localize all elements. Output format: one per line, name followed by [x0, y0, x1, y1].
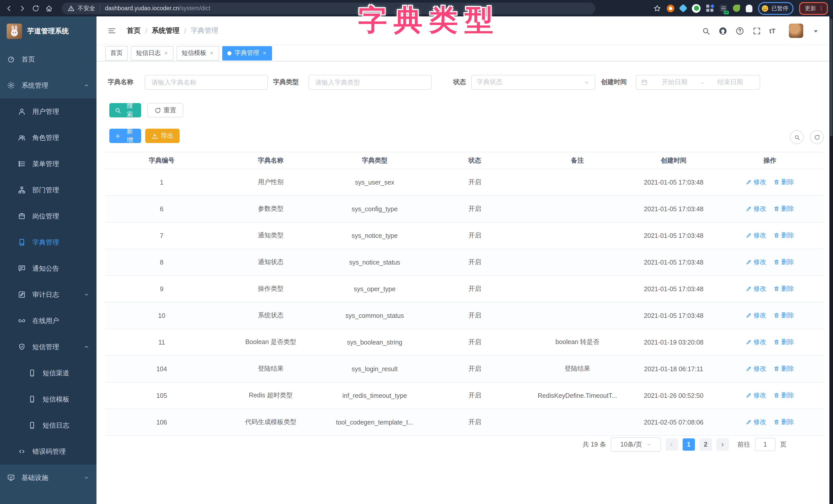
- sidebar-item-16[interactable]: 基础设施: [0, 464, 96, 491]
- extension-on-icon[interactable]: on: [719, 4, 727, 12]
- cell-type[interactable]: sys_login_result: [323, 356, 426, 382]
- sidebar-item-0[interactable]: 首页: [0, 46, 96, 72]
- cell-type[interactable]: sys_common_status: [323, 302, 426, 329]
- cell-type[interactable]: sys_oper_type: [323, 276, 426, 302]
- sidebar-item-2[interactable]: 用户管理: [0, 98, 96, 125]
- dict-name-input[interactable]: [145, 75, 268, 90]
- cell-type[interactable]: sys_notice_type: [323, 222, 426, 249]
- dict-type-input[interactable]: [308, 75, 432, 90]
- edit-link[interactable]: 修改: [746, 418, 766, 427]
- cell-type[interactable]: sys_user_sex: [323, 169, 426, 196]
- delete-link[interactable]: 删除: [774, 391, 794, 400]
- avatar-caret-down-icon[interactable]: [811, 26, 820, 35]
- prev-page-button[interactable]: [666, 438, 678, 451]
- delete-link[interactable]: 删除: [774, 258, 794, 267]
- scrollbar-thumb[interactable]: [830, 19, 832, 136]
- extension-ghost-icon[interactable]: [746, 4, 753, 12]
- row-actions: 修改删除: [716, 169, 824, 196]
- sidebar-item-4[interactable]: 菜单管理: [0, 151, 96, 177]
- user-avatar[interactable]: [789, 24, 803, 38]
- goto-page-input[interactable]: [755, 438, 776, 451]
- extension-grid-icon[interactable]: [706, 4, 714, 12]
- browser-home-button[interactable]: [45, 4, 53, 12]
- edit-link[interactable]: 修改: [746, 231, 766, 240]
- status-select[interactable]: 字典状态: [471, 75, 595, 90]
- sidebar-item-label: 菜单管理: [32, 159, 59, 169]
- cell-time: 2021-01-05 17:03:48: [631, 302, 716, 329]
- kebab-menu-icon[interactable]: [818, 5, 824, 11]
- sidebar-item-6[interactable]: 岗位管理: [0, 203, 96, 229]
- cell-type[interactable]: inf_redis_timeout_type: [323, 382, 426, 409]
- edit-link[interactable]: 修改: [746, 338, 766, 347]
- toggle-search-button[interactable]: [790, 130, 804, 144]
- cell-type[interactable]: sys_notice_status: [323, 249, 426, 276]
- delete-link[interactable]: 删除: [774, 311, 794, 320]
- edit-link[interactable]: 修改: [746, 391, 766, 400]
- edit-link[interactable]: 修改: [746, 364, 766, 373]
- next-page-button[interactable]: [716, 438, 729, 451]
- sidebar-item-9[interactable]: 审计日志: [0, 281, 96, 308]
- sidebar-item-1[interactable]: 系统管理: [0, 72, 96, 98]
- delete-link[interactable]: 删除: [774, 205, 794, 213]
- delete-link[interactable]: 删除: [774, 418, 794, 427]
- delete-link[interactable]: 删除: [774, 231, 794, 240]
- sidebar-item-8[interactable]: 通知公告: [0, 255, 96, 281]
- sidebar-item-15[interactable]: 错误码管理: [0, 438, 96, 464]
- add-button[interactable]: 新增: [109, 129, 141, 143]
- delete-link[interactable]: 删除: [774, 364, 794, 373]
- tab-3[interactable]: 字典管理: [222, 46, 272, 60]
- edit-link[interactable]: 修改: [746, 311, 766, 320]
- sidebar-item-3[interactable]: 角色管理: [0, 125, 96, 151]
- edit-link[interactable]: 修改: [746, 258, 766, 267]
- delete-link[interactable]: 删除: [774, 284, 794, 293]
- help-icon[interactable]: [735, 26, 744, 35]
- tab-0[interactable]: 首页: [105, 46, 128, 60]
- refresh-table-button[interactable]: [810, 130, 824, 144]
- logo[interactable]: 芋道管理系统: [0, 17, 96, 46]
- github-icon[interactable]: [718, 26, 727, 35]
- sidebar-item-10[interactable]: 在线用户: [0, 308, 96, 334]
- sidebar-item-7[interactable]: 字典管理: [0, 229, 96, 255]
- fullscreen-icon[interactable]: [752, 26, 761, 35]
- export-button[interactable]: 导出: [145, 129, 180, 143]
- breadcrumb-item[interactable]: 首页: [127, 26, 141, 35]
- sidebar-item-13[interactable]: 短信模板: [0, 386, 96, 412]
- bookmark-star-icon[interactable]: [653, 4, 661, 12]
- cell-type[interactable]: tool_codegen_template_t...: [323, 409, 426, 435]
- browser-forward-button[interactable]: [19, 4, 26, 12]
- url-bar[interactable]: 不安全 dashboard.yudao.iocoder.cn/system/di…: [62, 2, 595, 14]
- search-button[interactable]: 搜索: [109, 103, 141, 118]
- tab-2[interactable]: 短信模板: [176, 46, 219, 60]
- font-size-icon[interactable]: tT: [769, 27, 776, 34]
- browser-scrollbar[interactable]: [829, 17, 833, 504]
- reset-button[interactable]: 重置: [147, 103, 183, 118]
- page-button-1[interactable]: 1: [683, 438, 695, 451]
- cell-type[interactable]: sys_boolean_string: [323, 329, 426, 356]
- paused-extension-badge[interactable]: 已暂停: [758, 2, 793, 15]
- browser-reload-button[interactable]: [32, 4, 40, 12]
- cell-name: Boolean 是否类型: [218, 329, 323, 356]
- tab-1[interactable]: 短信日志: [131, 46, 173, 60]
- browser-back-button[interactable]: [5, 4, 13, 12]
- search-icon[interactable]: [701, 26, 710, 35]
- delete-link[interactable]: 删除: [774, 338, 794, 347]
- cell-type[interactable]: sys_config_type: [323, 196, 426, 222]
- delete-link[interactable]: 删除: [774, 178, 794, 186]
- date-range-picker[interactable]: 开始日期 - 结束日期: [636, 75, 760, 90]
- edit-link[interactable]: 修改: [746, 284, 766, 293]
- page-button-2[interactable]: 2: [699, 438, 712, 451]
- edit-link[interactable]: 修改: [746, 178, 766, 186]
- sidebar-item-5[interactable]: 部门管理: [0, 177, 96, 203]
- sidebar-item-14[interactable]: 短信日志: [0, 412, 96, 438]
- page-size-select[interactable]: 10条/页: [611, 437, 661, 452]
- extension-leaf-icon[interactable]: [733, 5, 740, 12]
- breadcrumb-item[interactable]: 系统管理: [152, 26, 180, 35]
- sidebar-item-12[interactable]: 短信渠道: [0, 360, 96, 386]
- sidebar-toggle-icon[interactable]: [108, 27, 116, 37]
- extension-green-icon[interactable]: [692, 4, 700, 12]
- browser-update-button[interactable]: 更新: [799, 2, 828, 15]
- extension-gem-icon[interactable]: [680, 5, 686, 11]
- edit-link[interactable]: 修改: [746, 205, 766, 213]
- extension-orange-icon[interactable]: [667, 4, 674, 12]
- sidebar-item-11[interactable]: 短信管理: [0, 334, 96, 360]
